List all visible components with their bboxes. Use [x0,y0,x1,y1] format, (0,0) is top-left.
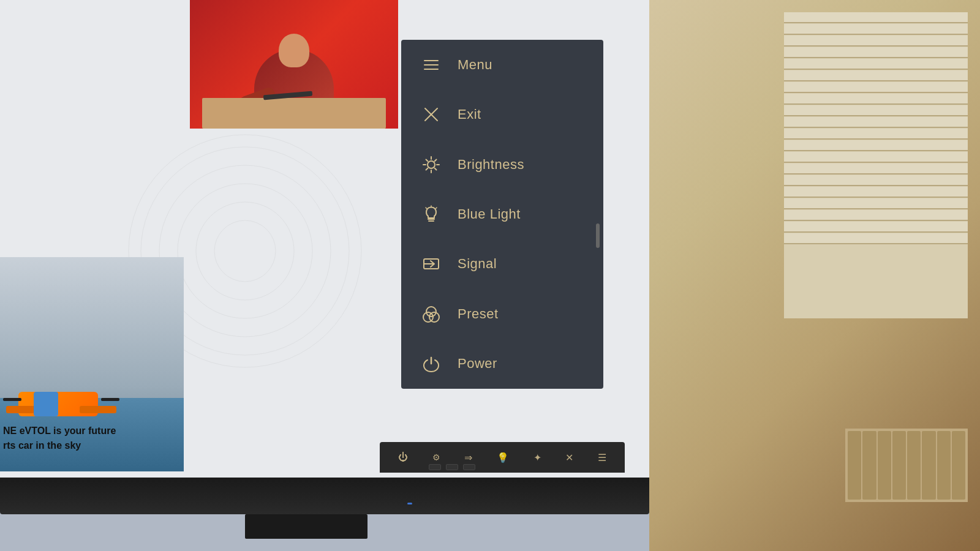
blind-slat [784,129,968,140]
blind-slat [784,198,968,209]
blind-slat [784,187,968,198]
bezel-btn-2[interactable] [446,464,458,470]
blind-slat [784,70,968,81]
bulb-icon [418,201,444,227]
osd-menu: Menu Exit Brightness [401,40,603,389]
control-exit-icon[interactable]: ✕ [565,452,573,463]
bottom-text-container: NE eVTOL is your future rts car in the s… [3,424,184,453]
menu-item-label-exit: Exit [458,107,481,122]
blind-slat [784,140,968,151]
svg-point-0 [214,220,276,282]
control-menu-icon[interactable]: ☰ [598,452,606,463]
brightness-icon [418,152,444,178]
control-signal-icon[interactable]: ⇒ [464,452,472,463]
bottom-text-line2: rts car in the sky [3,438,184,453]
blind-slat [784,163,968,174]
svg-line-23 [426,208,427,209]
menu-item-blue-light[interactable]: Blue Light [401,189,603,239]
blind-slat [784,117,968,128]
menu-item-label-power: Power [458,356,497,372]
blind-slat [784,152,968,163]
menu-item-signal[interactable]: Signal [401,239,603,289]
svg-line-24 [436,208,437,209]
preset-icon [418,301,444,327]
signal-icon [418,251,444,277]
svg-point-27 [426,307,436,317]
room-background [649,0,980,551]
blind-slat [784,59,968,70]
menu-item-menu[interactable]: Menu [401,40,603,89]
blind-slat [784,47,968,58]
top-hero-image [190,0,398,129]
svg-line-16 [426,159,428,161]
bezel-btn-1[interactable] [429,464,441,470]
power-icon [418,351,444,377]
bottom-drone-image: NE eVTOL is your future rts car in the s… [0,257,184,471]
control-bluelight-icon[interactable]: 💡 [497,452,509,463]
blind-slat [784,82,968,93]
blind-slat [784,210,968,221]
blind-slat [784,94,968,105]
monitor-stand [245,514,368,539]
control-preset-icon[interactable]: ⚙ [432,452,440,462]
menu-item-label-blue-light: Blue Light [458,206,521,222]
menu-icon [418,52,444,78]
power-led [407,503,412,504]
menu-item-preset[interactable]: Preset [401,289,603,339]
bottom-text-line1: NE eVTOL is your future [3,424,184,438]
monitor-bezel: ⏻ ⚙ ⇒ 💡 ✦ ✕ ☰ [0,478,649,514]
svg-point-29 [429,312,439,322]
menu-item-exit[interactable]: Exit [401,89,603,139]
menu-item-label-signal: Signal [458,256,497,272]
scroll-indicator [596,223,600,248]
menu-item-label-menu: Menu [458,57,492,73]
blind-slat [784,105,968,116]
blind-slat [784,175,968,186]
menu-item-label-preset: Preset [458,306,499,322]
svg-point-3 [159,165,331,337]
svg-line-19 [426,168,428,170]
blind-slat [784,36,968,47]
close-icon [418,102,444,127]
control-brightness-icon[interactable]: ✦ [533,452,541,463]
svg-line-18 [435,159,437,161]
svg-point-1 [196,202,294,300]
svg-point-2 [178,184,312,318]
control-bar: ⏻ ⚙ ⇒ 💡 ✦ ✕ ☰ [380,442,625,473]
window-blinds [784,12,968,318]
svg-line-17 [435,168,437,170]
svg-point-11 [428,161,435,168]
control-power-icon[interactable]: ⏻ [398,452,408,463]
blind-slat [784,12,968,23]
menu-item-brightness[interactable]: Brightness [401,140,603,189]
blind-slat [784,233,968,244]
blind-slat [784,24,968,35]
bezel-buttons [429,464,475,470]
radiator [845,429,968,502]
menu-item-label-brightness: Brightness [458,157,524,173]
blind-slat [784,222,968,233]
bezel-btn-3[interactable] [463,464,475,470]
menu-item-power[interactable]: Power [401,339,603,389]
